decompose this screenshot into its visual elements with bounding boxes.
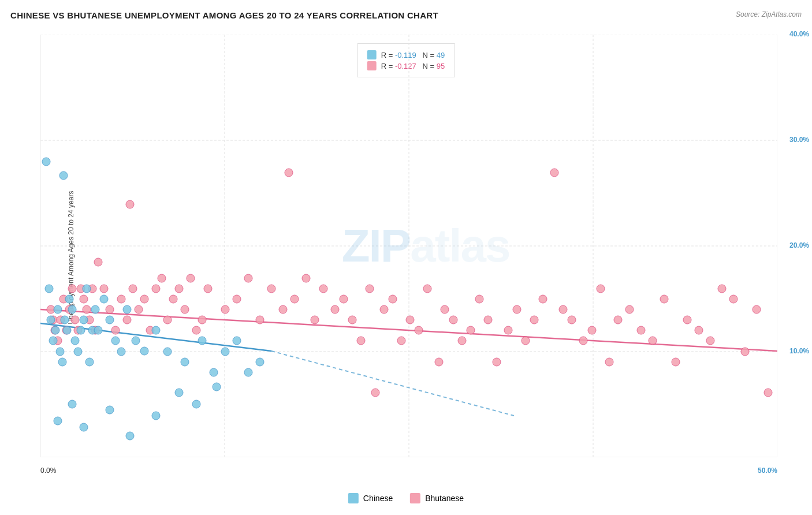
svg-point-150 — [126, 432, 134, 440]
svg-point-109 — [45, 285, 53, 293]
svg-point-100 — [683, 316, 691, 324]
svg-point-82 — [504, 326, 512, 334]
svg-point-68 — [380, 305, 388, 314]
svg-point-39 — [140, 295, 148, 303]
svg-point-84 — [522, 337, 530, 345]
svg-point-51 — [221, 305, 229, 314]
svg-point-119 — [68, 305, 76, 314]
svg-point-38 — [135, 305, 143, 314]
svg-point-105 — [741, 348, 749, 356]
x-label-0: 0.0% — [40, 467, 56, 475]
y-label-10: 10.0% — [789, 347, 809, 355]
svg-point-42 — [158, 274, 166, 282]
svg-point-49 — [198, 316, 206, 324]
svg-point-70 — [397, 337, 405, 345]
svg-point-63 — [340, 295, 348, 303]
svg-point-64 — [348, 316, 356, 324]
svg-point-78 — [467, 326, 475, 334]
svg-point-45 — [175, 285, 183, 293]
svg-point-128 — [94, 326, 102, 334]
svg-point-152 — [175, 389, 183, 397]
svg-point-81 — [493, 358, 501, 366]
svg-point-138 — [163, 348, 172, 356]
svg-point-136 — [140, 347, 148, 355]
svg-point-60 — [311, 316, 319, 324]
svg-point-124 — [83, 285, 91, 293]
svg-point-142 — [221, 348, 229, 356]
svg-point-35 — [123, 316, 131, 324]
svg-point-22 — [71, 316, 79, 324]
svg-point-89 — [568, 316, 576, 324]
svg-point-125 — [85, 358, 94, 366]
svg-point-74 — [435, 358, 443, 366]
svg-point-85 — [530, 316, 538, 324]
svg-point-95 — [625, 305, 634, 314]
svg-point-62 — [331, 305, 339, 314]
svg-point-80 — [484, 316, 492, 324]
svg-point-111 — [49, 337, 57, 345]
svg-point-57 — [285, 169, 293, 177]
svg-point-154 — [213, 383, 221, 391]
svg-point-41 — [152, 285, 160, 293]
svg-point-120 — [71, 337, 79, 345]
svg-point-137 — [152, 326, 160, 334]
svg-point-101 — [695, 326, 703, 334]
svg-point-69 — [389, 295, 397, 303]
svg-point-61 — [319, 285, 327, 293]
svg-point-153 — [192, 400, 200, 408]
svg-point-130 — [106, 316, 114, 324]
svg-point-75 — [441, 305, 449, 314]
svg-point-77 — [458, 337, 466, 345]
svg-point-67 — [371, 389, 379, 397]
svg-point-123 — [80, 316, 88, 324]
y-label-40: 40.0% — [789, 30, 809, 38]
svg-point-94 — [614, 316, 622, 324]
bottom-legend: Chinese Bhutanese — [348, 493, 464, 503]
svg-point-139 — [181, 358, 189, 366]
svg-point-55 — [267, 285, 275, 293]
svg-point-140 — [198, 337, 206, 345]
svg-point-58 — [290, 295, 299, 303]
svg-point-59 — [302, 274, 310, 282]
svg-point-47 — [187, 274, 195, 282]
svg-point-88 — [559, 305, 567, 314]
bottom-legend-bhutanese: Bhutanese — [410, 493, 464, 503]
svg-point-117 — [63, 326, 71, 334]
svg-point-151 — [152, 412, 160, 420]
svg-point-115 — [58, 358, 66, 366]
svg-point-147 — [68, 400, 76, 408]
svg-point-114 — [56, 348, 64, 356]
y-label-30: 30.0% — [789, 136, 809, 144]
bottom-legend-chinese: Chinese — [348, 493, 393, 503]
svg-point-48 — [192, 326, 200, 334]
source-label: Source: ZipAtlas.com — [736, 10, 802, 18]
svg-point-127 — [91, 305, 99, 314]
svg-point-103 — [718, 285, 726, 293]
svg-point-118 — [65, 295, 73, 303]
svg-point-121 — [74, 348, 82, 356]
svg-point-83 — [513, 305, 521, 314]
svg-point-135 — [132, 337, 140, 345]
svg-point-66 — [366, 285, 374, 293]
svg-point-79 — [475, 295, 483, 303]
svg-point-54 — [256, 316, 264, 324]
svg-point-87 — [550, 169, 558, 177]
svg-point-50 — [204, 285, 212, 293]
svg-point-133 — [123, 305, 131, 314]
svg-point-107 — [764, 389, 772, 397]
svg-point-143 — [233, 337, 241, 345]
svg-point-32 — [106, 305, 114, 314]
y-label-20: 20.0% — [789, 241, 809, 249]
svg-point-141 — [210, 368, 218, 376]
svg-point-129 — [100, 295, 108, 303]
svg-point-102 — [706, 337, 714, 345]
svg-point-43 — [163, 316, 172, 324]
svg-point-25 — [80, 295, 88, 303]
svg-point-132 — [117, 348, 125, 356]
svg-point-86 — [539, 295, 547, 303]
x-label-50: 50.0% — [758, 467, 777, 475]
svg-point-37 — [129, 285, 137, 293]
svg-point-30 — [94, 258, 102, 266]
svg-point-96 — [637, 326, 645, 334]
bottom-legend-label-chinese: Chinese — [363, 494, 393, 503]
